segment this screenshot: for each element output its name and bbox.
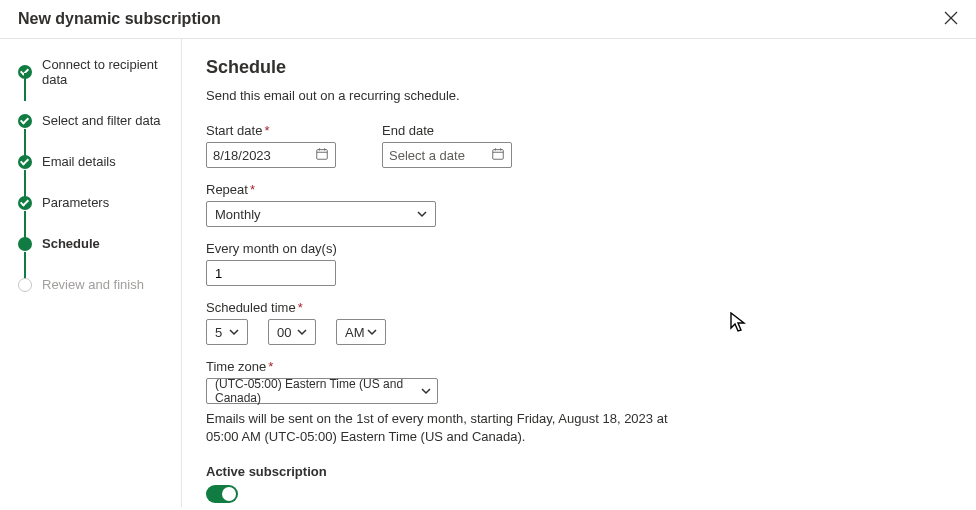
svg-rect-6 — [493, 149, 504, 159]
step-email-details[interactable]: Email details — [18, 154, 171, 169]
hour-select[interactable]: 5 — [206, 319, 248, 345]
wizard-sidebar: Connect to recipient data Select and fil… — [0, 39, 182, 507]
required-indicator: * — [268, 359, 273, 374]
svg-rect-2 — [317, 149, 328, 159]
minute-select[interactable]: 00 — [268, 319, 316, 345]
current-step-icon — [18, 237, 32, 251]
page-description: Send this email out on a recurring sched… — [206, 88, 952, 103]
step-label: Parameters — [42, 195, 109, 210]
start-date-label: Start date* — [206, 123, 336, 138]
timezone-label: Time zone* — [206, 359, 952, 374]
required-indicator: * — [264, 123, 269, 138]
step-review-finish[interactable]: Review and finish — [18, 277, 171, 292]
step-label: Review and finish — [42, 277, 144, 292]
chevron-down-icon — [229, 325, 239, 340]
active-subscription-label: Active subscription — [206, 464, 952, 479]
check-icon — [18, 114, 32, 128]
check-icon — [18, 196, 32, 210]
required-indicator: * — [250, 182, 255, 197]
chevron-down-icon — [297, 325, 307, 340]
step-schedule[interactable]: Schedule — [18, 236, 171, 251]
dialog-header: New dynamic subscription — [0, 0, 976, 39]
chevron-down-icon — [421, 384, 431, 399]
repeat-label: Repeat* — [206, 182, 952, 197]
page-title: Schedule — [206, 57, 952, 78]
chevron-down-icon — [367, 325, 377, 340]
check-icon — [18, 155, 32, 169]
pending-step-icon — [18, 278, 32, 292]
required-indicator: * — [298, 300, 303, 315]
calendar-icon[interactable] — [315, 147, 329, 164]
dialog-title: New dynamic subscription — [18, 10, 221, 28]
check-icon — [18, 65, 32, 79]
end-date-input[interactable]: Select a date — [382, 142, 512, 168]
step-label: Connect to recipient data — [42, 57, 171, 87]
start-date-input[interactable]: 8/18/2023 — [206, 142, 336, 168]
repeat-select[interactable]: Monthly — [206, 201, 436, 227]
end-date-label: End date — [382, 123, 512, 138]
active-subscription-toggle[interactable] — [206, 485, 238, 503]
every-month-label: Every month on day(s) — [206, 241, 952, 256]
timezone-select[interactable]: (UTC-05:00) Eastern Time (US and Canada) — [206, 378, 438, 404]
chevron-down-icon — [417, 207, 427, 222]
every-month-input[interactable] — [206, 260, 336, 286]
scheduled-time-label: Scheduled time* — [206, 300, 952, 315]
main-panel: Schedule Send this email out on a recurr… — [182, 39, 976, 507]
step-parameters[interactable]: Parameters — [18, 195, 171, 210]
calendar-icon[interactable] — [491, 147, 505, 164]
close-icon[interactable] — [944, 11, 958, 28]
schedule-summary-text: Emails will be sent on the 1st of every … — [206, 410, 686, 446]
step-label: Schedule — [42, 236, 100, 251]
step-select-filter-data[interactable]: Select and filter data — [18, 113, 171, 128]
step-label: Select and filter data — [42, 113, 161, 128]
ampm-select[interactable]: AM — [336, 319, 386, 345]
step-connect-recipient-data[interactable]: Connect to recipient data — [18, 57, 171, 87]
step-label: Email details — [42, 154, 116, 169]
